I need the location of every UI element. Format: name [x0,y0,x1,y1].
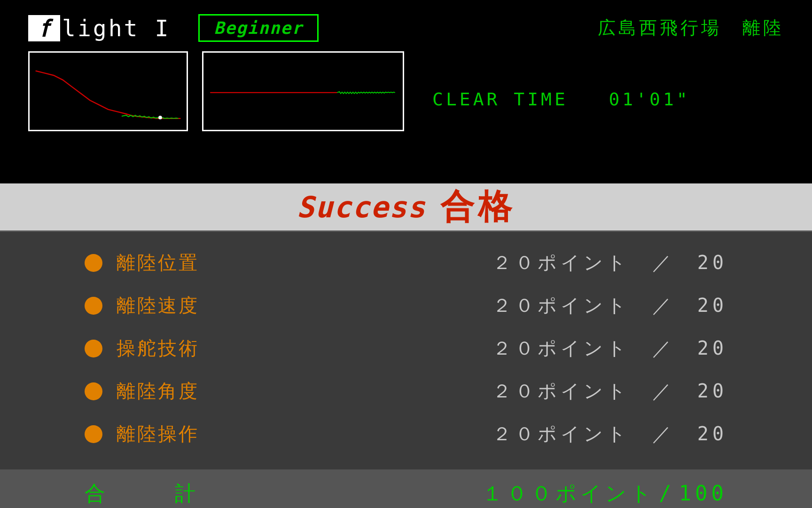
dot-indicator [85,425,102,443]
score-label: 離陸速度 [117,293,248,318]
score-row: 操舵技術 ２０ポイント ／ 20 [85,327,727,370]
success-japanese: 合格 [440,184,515,230]
airport-label: 広島西飛行場 離陸 [598,16,784,40]
score-label: 操舵技術 [117,335,248,361]
total-row: 合 計 １００ポイント/100 [0,469,812,508]
total-label: 合 計 [85,480,205,508]
score-value: ２０ポイント ／ 20 [492,421,727,447]
score-label: 離陸角度 [117,378,248,404]
top-section: ｆ light I Beginner 広島西飛行場 離陸 [0,0,812,183]
score-row: 離陸操作 ２０ポイント ／ 20 [85,413,727,455]
score-value: ２０ポイント ／ 20 [492,378,727,404]
dot-indicator [85,340,102,357]
score-label: 離陸操作 [117,421,248,447]
difficulty-badge: Beginner [198,14,318,42]
score-value: ２０ポイント ／ 20 [492,335,727,361]
total-value: １００ポイント/100 [482,480,727,508]
dot-indicator [85,297,102,315]
clear-time: CLEAR TIME 01'01" [432,89,690,110]
score-value: ２０ポイント ／ 20 [492,250,727,276]
score-table: 離陸位置 ２０ポイント ／ 20 離陸速度 ２０ポイント ／ 20 操舵技術 ２… [0,232,812,465]
dot-indicator [85,382,102,400]
score-row: 離陸位置 ２０ポイント ／ 20 [85,241,727,284]
score-section: 離陸位置 ２０ポイント ／ 20 離陸速度 ２０ポイント ／ 20 操舵技術 ２… [0,230,812,508]
chart-left [28,51,188,131]
chart-right [202,51,404,131]
success-english: Success [297,190,426,224]
score-label: 離陸位置 [117,250,248,276]
dot-indicator [85,254,102,272]
score-row: 離陸角度 ２０ポイント ／ 20 [85,370,727,413]
charts-row: CLEAR TIME 01'01" [0,51,812,131]
success-banner: Success 合格 [0,183,812,230]
score-value: ２０ポイント ／ 20 [492,293,727,318]
score-row: 離陸速度 ２０ポイント ／ 20 [85,284,727,327]
logo: ｆ light I [28,15,170,41]
svg-point-0 [158,116,162,119]
logo-text: light I [62,15,170,41]
header-row: ｆ light I Beginner 広島西飛行場 離陸 [0,0,812,51]
logo-f-icon: ｆ [28,15,60,41]
